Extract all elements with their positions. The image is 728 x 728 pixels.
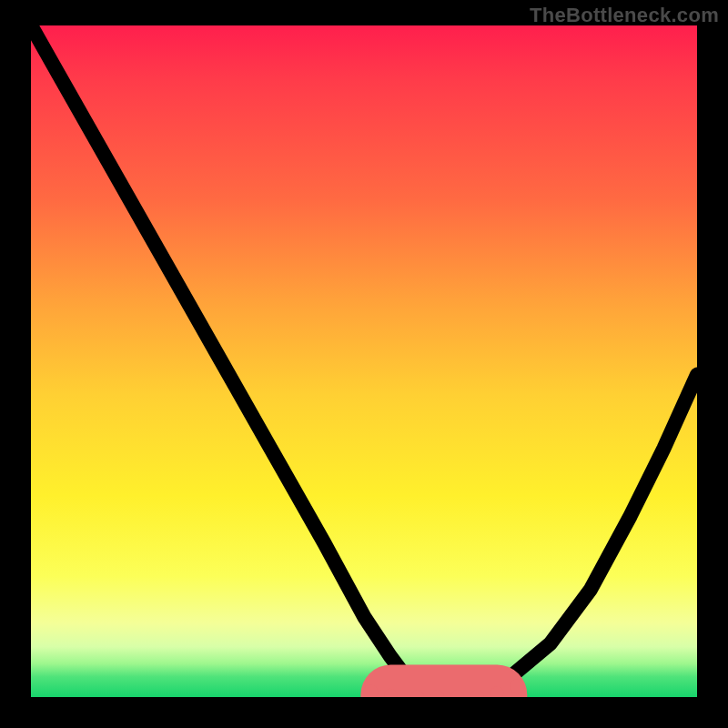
watermark-text: TheBottleneck.com <box>530 4 719 27</box>
curve-layer <box>31 25 697 697</box>
left-branch-curve <box>31 25 430 697</box>
plot-area <box>31 25 697 697</box>
chart-frame: TheBottleneck.com <box>0 0 728 728</box>
curve-group <box>31 25 697 697</box>
marker-dot <box>510 679 524 693</box>
right-branch-curve <box>430 375 697 697</box>
